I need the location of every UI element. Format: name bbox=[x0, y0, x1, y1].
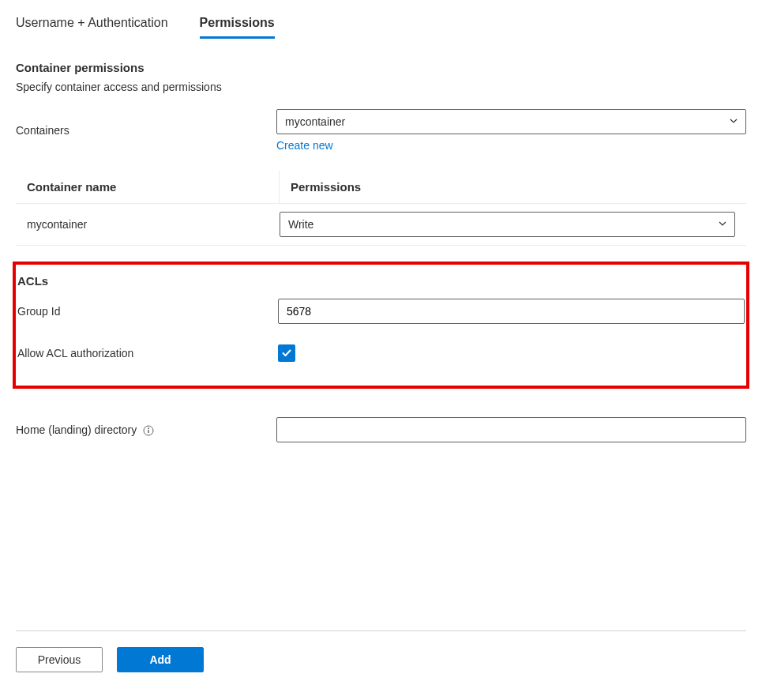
group-id-label: Group Id bbox=[17, 305, 278, 318]
containers-row: Containers mycontainer Create new bbox=[16, 109, 746, 152]
permission-select[interactable]: Write bbox=[280, 212, 735, 237]
tab-permissions[interactable]: Permissions bbox=[200, 16, 275, 39]
acls-section: ACLs Group Id Allow ACL authorization bbox=[13, 262, 749, 389]
allow-acl-checkbox[interactable] bbox=[278, 344, 295, 362]
previous-button[interactable]: Previous bbox=[16, 647, 103, 672]
group-id-row: Group Id bbox=[17, 299, 745, 324]
container-table: Container name Permissions mycontainer W… bbox=[16, 171, 746, 246]
containers-select[interactable]: mycontainer bbox=[276, 109, 746, 134]
create-new-link[interactable]: Create new bbox=[276, 134, 333, 152]
svg-rect-2 bbox=[148, 430, 148, 433]
table-header-permissions: Permissions bbox=[280, 171, 746, 203]
allow-acl-label: Allow ACL authorization bbox=[17, 347, 278, 359]
container-permissions-section: Container permissions Specify container … bbox=[16, 61, 746, 152]
group-id-input[interactable] bbox=[278, 299, 745, 324]
check-icon bbox=[281, 348, 292, 359]
home-directory-label: Home (landing) directory bbox=[16, 423, 276, 436]
container-permissions-title: Container permissions bbox=[16, 61, 746, 74]
footer-actions: Previous Add bbox=[16, 630, 746, 672]
container-permissions-subtitle: Specify container access and permissions bbox=[16, 81, 746, 93]
table-row: mycontainer Write bbox=[16, 204, 746, 246]
add-button[interactable]: Add bbox=[117, 647, 204, 672]
containers-select-value: mycontainer bbox=[285, 115, 345, 128]
table-header: Container name Permissions bbox=[16, 171, 746, 204]
home-directory-input[interactable] bbox=[276, 417, 746, 442]
tabs-bar: Username + Authentication Permissions bbox=[16, 16, 746, 39]
table-header-name: Container name bbox=[16, 171, 280, 203]
home-directory-row: Home (landing) directory bbox=[16, 417, 746, 442]
allow-acl-row: Allow ACL authorization bbox=[17, 344, 745, 362]
acls-title: ACLs bbox=[17, 274, 745, 288]
info-icon[interactable] bbox=[143, 425, 154, 436]
tab-username-auth[interactable]: Username + Authentication bbox=[16, 16, 168, 39]
table-cell-name: mycontainer bbox=[27, 218, 280, 231]
permission-select-value: Write bbox=[288, 218, 313, 231]
svg-point-1 bbox=[148, 427, 149, 429]
containers-label: Containers bbox=[16, 124, 276, 137]
